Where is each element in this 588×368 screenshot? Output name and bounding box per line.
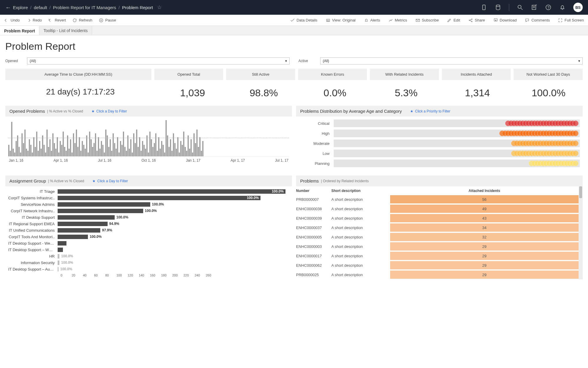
assign-bar[interactable] [58,267,59,271]
filter-hint[interactable]: ★Click a Day to Filter [91,109,127,113]
timeline-bar[interactable] [160,149,161,156]
timeline-bar[interactable] [133,133,134,156]
timeline-bar[interactable] [32,152,33,156]
timeline-bar[interactable] [58,152,59,156]
revert-button[interactable]: Revert [48,18,66,23]
table-row[interactable]: PRB0000025A short description29 [296,270,579,279]
timeline-bar[interactable] [64,147,65,157]
timeline-bar[interactable] [104,152,105,156]
back-arrow-icon[interactable]: ← [5,4,13,11]
data-point[interactable] [573,150,579,156]
timeline-bar[interactable] [41,149,42,156]
timeline-bar[interactable] [67,135,68,157]
assign-bar[interactable] [58,209,143,213]
device-preview-icon[interactable] [481,4,487,11]
assign-row[interactable]: IT Regional Support EMEA94.9% [8,221,289,227]
timeline-bar[interactable] [83,145,84,156]
timeline-bar[interactable] [48,147,49,157]
assign-row[interactable]: IT Desktop Support - West.. [8,240,289,246]
timeline-bar[interactable] [74,143,76,157]
user-avatar[interactable]: BS [573,3,583,12]
assign-bar[interactable] [58,241,66,246]
assign-row[interactable]: IT Desktop Support – Aust..100.0% [8,266,289,272]
timeline-bar[interactable] [164,152,165,156]
timeline-bar[interactable] [49,139,51,157]
timeline-bar[interactable] [27,151,29,157]
timeline-bar[interactable] [82,141,83,156]
timeline-bar[interactable] [29,139,30,157]
assign-bar[interactable] [58,254,59,258]
filter-hint[interactable]: ★Click a Day to Filter [92,179,128,183]
crumb-default[interactable]: default [34,5,47,10]
timeline-bar[interactable] [20,152,21,156]
timeline-bar[interactable] [10,151,11,157]
timeline-bar[interactable] [95,133,96,156]
timeline-bar[interactable] [24,130,26,156]
timeline-bar[interactable] [14,152,15,156]
timeline-bar[interactable] [17,135,18,157]
timeline-bar[interactable] [139,137,140,156]
timeline-bar[interactable] [98,137,99,156]
refresh-button[interactable]: Refresh [72,18,92,23]
timeline-bar[interactable] [73,133,74,156]
timeline-bar[interactable] [36,132,37,157]
timeline-bar[interactable] [23,143,24,157]
timeline-bar[interactable] [180,141,181,156]
timeline-bar[interactable] [66,151,67,157]
filter-hint[interactable]: ★Click a Priority to Filter [410,109,450,113]
timeline-bar[interactable] [71,152,73,156]
timeline-bar[interactable] [102,145,103,156]
list-icon[interactable]: + [531,4,537,11]
table-row[interactable]: ENHC0000038A short description49 [296,204,579,213]
timeline-bar[interactable] [158,137,159,156]
distribution-row[interactable]: High [299,128,580,138]
timeline-bar[interactable] [199,137,201,156]
timeline-bar[interactable] [141,151,142,157]
timeline-bar[interactable] [142,141,143,156]
alerts-button[interactable]: Alerts [364,18,380,23]
timeline-bar[interactable] [54,143,55,157]
timeline-bar[interactable] [38,151,39,157]
timeline-bar[interactable] [163,145,164,156]
timeline-bar[interactable] [167,135,168,157]
timeline-bar[interactable] [33,137,34,156]
timeline-bar[interactable] [26,149,27,156]
assign-bar[interactable] [58,222,108,226]
timeline-bar[interactable] [11,122,12,156]
timeline-bar[interactable] [105,130,106,156]
timeline-bar[interactable] [89,132,90,157]
timeline-bar[interactable] [155,133,156,156]
undo-button[interactable]: Undo [4,18,20,23]
timeline-bar[interactable] [52,133,54,156]
distribution-row[interactable]: Moderate [299,138,580,148]
timeline-bar[interactable] [191,139,192,157]
timeline-bar[interactable] [135,143,136,157]
timeline-bar[interactable] [80,151,81,157]
timeline-bar[interactable] [196,130,198,156]
table-row[interactable]: ENHC0000005A short description32 [296,232,579,242]
timeline-bar[interactable] [143,145,145,156]
timeline-bar[interactable] [77,147,78,157]
timeline-bar[interactable] [42,135,43,157]
timeline-bar[interactable] [85,149,86,156]
timeline-bar[interactable] [183,132,184,157]
timeline-bar[interactable] [86,135,87,157]
table-row[interactable]: ENHC0000062A short description29 [296,261,579,270]
timeline-bar[interactable] [70,139,71,157]
distribution-row[interactable]: Planning [299,158,580,168]
timeline-bar[interactable] [44,145,45,156]
assign-row[interactable]: CorpIT Tools And Monitori..100.0% [8,233,289,240]
timeline-bar[interactable] [99,149,101,156]
data-point[interactable] [573,160,579,166]
timeline-bar[interactable] [130,139,131,157]
help-icon[interactable]: ? [545,4,552,11]
data-point[interactable] [573,140,579,146]
timeline-bar[interactable] [61,145,62,156]
assign-bar[interactable]: 100.0% [58,189,285,194]
timeline-bar[interactable] [13,149,14,156]
timeline-bar[interactable] [195,143,196,157]
data-point[interactable] [573,130,579,136]
timeline-bar[interactable] [35,147,36,157]
timeline-bar[interactable] [111,151,112,157]
timeline-bar[interactable] [179,152,180,156]
